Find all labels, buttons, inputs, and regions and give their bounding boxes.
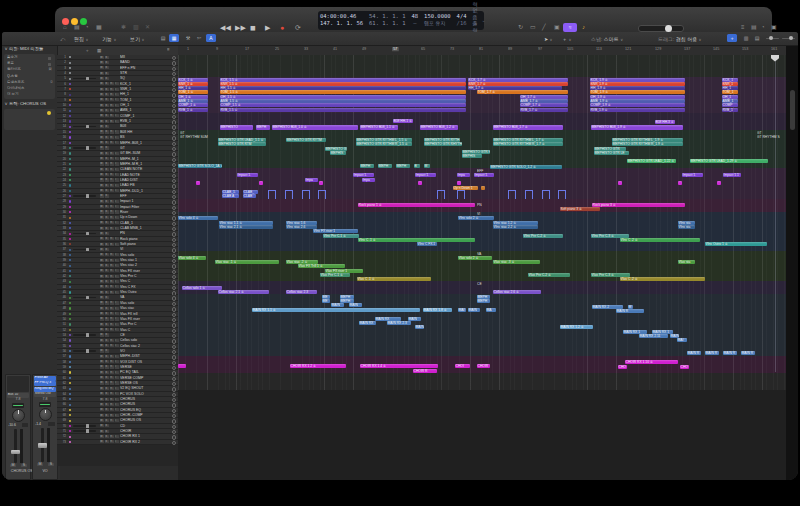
master-stack-icon[interactable]: ▣ <box>554 23 560 31</box>
input-monitor-button[interactable]: I <box>115 339 119 342</box>
pan-knob[interactable] <box>12 409 25 422</box>
region[interactable]: CHOIR RX 1.2 ① <box>290 364 346 368</box>
track-name[interactable]: SQ <box>120 76 125 80</box>
track-name[interactable]: LEAD DIST <box>120 178 138 182</box>
region[interactable]: MAIN R <box>723 351 737 355</box>
mute-button[interactable]: M <box>100 114 104 117</box>
record-enable-button[interactable]: R <box>110 312 114 315</box>
ruler-bar-number[interactable]: 137 <box>684 47 690 51</box>
region[interactable]: Impact 1. <box>237 173 258 177</box>
region[interactable]: MAIN R <box>741 351 755 355</box>
solo-button[interactable]: S <box>105 333 109 336</box>
input-monitor-button[interactable]: I <box>115 178 119 181</box>
input-monitor-button[interactable]: I <box>115 414 119 417</box>
track-name[interactable]: BS <box>120 135 125 139</box>
region[interactable]: MA <box>486 308 496 312</box>
region[interactable]: ME <box>322 299 330 303</box>
region[interactable]: CHOIR <box>477 364 490 368</box>
input-monitor-button[interactable]: I <box>115 291 119 294</box>
track-name[interactable]: RVB_1 <box>120 119 131 123</box>
region[interactable]: Vlns stac 2.1 ① <box>219 225 273 229</box>
input-monitor-button[interactable]: I <box>115 398 119 401</box>
region-inspector-header[interactable]: ∨ 리전: MIDI 리전들 <box>2 46 59 52</box>
track-name[interactable]: VERSE OS <box>120 381 138 385</box>
input-monitor-button[interactable]: I <box>115 93 119 96</box>
track-name[interactable]: CHORUS EQ <box>120 408 141 412</box>
solo-button[interactable]: S <box>105 323 109 326</box>
region[interactable]: MAIN RX 1.1 ① <box>252 308 420 312</box>
region[interactable]: COMP_1 ① <box>178 103 208 107</box>
record-enable-button[interactable]: R <box>110 114 114 117</box>
mute-button[interactable]: M <box>100 221 104 224</box>
ruler-bar-number[interactable]: 121 <box>625 47 631 51</box>
solo-button[interactable]: S <box>105 162 109 165</box>
input-monitor-button[interactable]: I <box>115 184 119 187</box>
solo-button[interactable]: S <box>105 376 109 379</box>
ruler-bar-number[interactable]: 113 <box>596 47 602 51</box>
play-button[interactable]: ▶ <box>265 23 270 32</box>
mute-button[interactable]: M <box>100 189 104 192</box>
region[interactable] <box>178 364 186 368</box>
record-enable-button[interactable]: R <box>110 414 114 417</box>
record-enable-button[interactable]: R <box>110 344 114 347</box>
region[interactable] <box>525 190 533 200</box>
menu-edit[interactable]: 편집 ∨ <box>74 35 88 44</box>
input-monitor-button[interactable]: I <box>115 264 119 267</box>
record-enable-button[interactable]: R <box>110 280 114 283</box>
record-enable-button[interactable]: R <box>110 264 114 267</box>
input-monitor-button[interactable]: I <box>115 205 119 208</box>
solo-button[interactable]: S <box>105 440 109 443</box>
mute-button[interactable]: M <box>100 152 104 155</box>
master-volume-slider[interactable] <box>638 25 684 32</box>
input-monitor-button[interactable]: I <box>115 328 119 331</box>
region[interactable]: MEPHISTO GTR RYTHM R_1.9 ① <box>612 142 683 146</box>
solo-button[interactable]: S <box>105 152 109 155</box>
region[interactable]: MEPH <box>378 164 392 168</box>
track-name[interactable]: CHOIR RX 2 <box>120 440 140 444</box>
record-enable-button[interactable]: R <box>110 162 114 165</box>
track-name[interactable]: MEPH..DIST <box>120 354 140 358</box>
region[interactable]: KCK_1.9 ① <box>590 78 685 82</box>
track-name[interactable]: PC VOX SOLO <box>120 392 144 396</box>
mute-button[interactable]: M <box>100 136 104 139</box>
track-name[interactable]: OH_1 <box>120 103 129 107</box>
solo-button[interactable]: S <box>105 200 109 203</box>
mute-button[interactable]: M <box>100 243 104 246</box>
view-list-icon[interactable]: ▤ <box>158 34 168 42</box>
region[interactable]: Vlas solo 2 ① <box>458 256 492 260</box>
track-icon[interactable] <box>47 111 51 115</box>
ruler-bar-number[interactable]: 49 <box>362 47 366 51</box>
mute-button[interactable]: M <box>100 376 104 379</box>
region[interactable]: TOM_1.5 ① <box>220 90 466 94</box>
mute-button[interactable]: M <box>100 435 104 438</box>
track-name[interactable]: B08 <box>120 124 126 128</box>
ruler-bar-number[interactable]: 41 <box>333 47 337 51</box>
eq-thumbnail[interactable] <box>12 403 24 408</box>
input-monitor-button[interactable]: I <box>115 237 119 240</box>
region[interactable]: TOM_1 <box>722 90 738 94</box>
track-name[interactable]: TOM_1 <box>120 98 132 102</box>
region[interactable]: Vlns sta <box>678 225 695 229</box>
input-monitor-button[interactable]: I <box>115 435 119 438</box>
region[interactable]: MEPHISTO GTR <box>594 147 626 151</box>
region[interactable]: Vlas sta <box>678 260 695 264</box>
ruler-bar-number[interactable]: 81 <box>479 47 483 51</box>
region[interactable]: MEPHISTO B08_1.9 ① <box>591 125 683 129</box>
region[interactable]: MAIN R <box>705 351 719 355</box>
region[interactable]: Cellos stac 2.3 <box>286 290 317 294</box>
track-volume-slider[interactable] <box>73 126 96 128</box>
record-enable-button[interactable]: R <box>110 189 114 192</box>
mute-button[interactable]: M <box>100 200 104 203</box>
region[interactable]: Cellos solo 1 ① <box>182 286 222 290</box>
region[interactable]: CLAB <box>243 194 256 198</box>
region[interactable]: Vlns solo 4 ① <box>178 216 218 220</box>
list-editors-icon[interactable]: ≡ <box>741 23 745 31</box>
track-name[interactable]: GT <box>120 146 125 150</box>
track-name[interactable]: CHORUS <box>120 402 135 406</box>
solo-button[interactable]: S <box>105 253 109 256</box>
arrange-area[interactable]: KCK_1 ①SNR_1 ①HH_1 ①TOM_1 ①OH_1 ①AMB_1 ①… <box>178 55 786 480</box>
solo-button[interactable]: S <box>105 296 109 299</box>
track-name[interactable]: CD <box>120 424 125 428</box>
track-name[interactable]: Vlas FX trill <box>120 312 138 316</box>
solo-button[interactable]: S <box>105 317 109 320</box>
